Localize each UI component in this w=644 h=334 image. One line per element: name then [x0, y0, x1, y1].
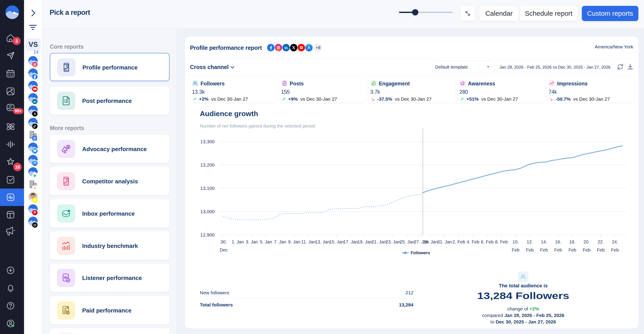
svg-text:3. Jan: 3. Jan	[246, 239, 258, 244]
svg-text:12.: 12.	[526, 239, 533, 244]
svg-text:13,000: 13,000	[200, 209, 215, 214]
svg-text:10.: 10.	[512, 239, 519, 244]
svg-text:P: P	[34, 211, 36, 214]
svg-text:12,900: 12,900	[200, 232, 215, 237]
svg-text:25. Jan: 25. Jan	[400, 239, 414, 244]
svg-text:30.: 30.	[220, 239, 227, 244]
svg-text:+8: +8	[316, 45, 320, 50]
svg-text:29. Jan: 29. Jan	[423, 239, 438, 244]
svg-text:14.: 14.	[541, 239, 547, 244]
svg-text:20.: 20.	[583, 239, 590, 244]
svg-text:19. Jan: 19. Jan	[358, 239, 372, 244]
svg-text:13,100: 13,100	[200, 186, 215, 191]
svg-text:23. Jan: 23. Jan	[386, 239, 400, 244]
svg-text:Feb: Feb	[597, 247, 604, 252]
svg-text:3: 3	[15, 38, 18, 43]
svg-text:13. Jan: 13. Jan	[315, 239, 330, 244]
svg-text:8. Feb: 8. Feb	[495, 239, 508, 244]
svg-text:in: in	[34, 100, 36, 103]
svg-text:22.: 22.	[598, 239, 604, 244]
svg-text:17. Jan: 17. Jan	[343, 239, 358, 244]
svg-text:13,200: 13,200	[200, 162, 215, 167]
svg-text:1. Jan: 1. Jan	[232, 239, 244, 244]
svg-text:5. Jan: 5. Jan	[260, 239, 272, 244]
svg-text:9. Jan: 9. Jan	[288, 239, 300, 244]
svg-text:@: @	[33, 223, 36, 227]
svg-text:99+: 99+	[15, 109, 22, 113]
svg-text:21. Jan: 21. Jan	[372, 239, 386, 244]
svg-text:16.: 16.	[555, 239, 561, 244]
svg-text:Feb: Feb	[526, 247, 534, 252]
svg-text:18.: 18.	[569, 239, 576, 244]
svg-text:4. Feb: 4. Feb	[466, 239, 480, 244]
svg-text:Feb: Feb	[568, 247, 576, 252]
svg-text:7. Jan: 7. Jan	[274, 239, 286, 244]
svg-text:24.: 24.	[612, 239, 618, 244]
svg-text:Followers: Followers	[411, 250, 430, 255]
svg-text:in: in	[284, 46, 288, 50]
svg-text:Feb: Feb	[540, 247, 548, 252]
svg-text:Dec: Dec	[220, 247, 228, 252]
svg-text:Feb: Feb	[512, 247, 520, 252]
svg-text:Feb: Feb	[554, 247, 562, 252]
svg-text:11. Jan: 11. Jan	[301, 239, 316, 244]
svg-text:16: 16	[15, 165, 20, 169]
svg-text:15. Jan: 15. Jan	[329, 239, 344, 244]
svg-text:Feb: Feb	[583, 247, 590, 252]
svg-text:2. Feb: 2. Feb	[452, 239, 465, 244]
svg-text:31. Jan: 31. Jan	[437, 239, 452, 244]
svg-text:Feb: Feb	[611, 247, 619, 252]
svg-text:13,300: 13,300	[200, 139, 215, 144]
svg-text:6. Feb: 6. Feb	[481, 239, 494, 244]
